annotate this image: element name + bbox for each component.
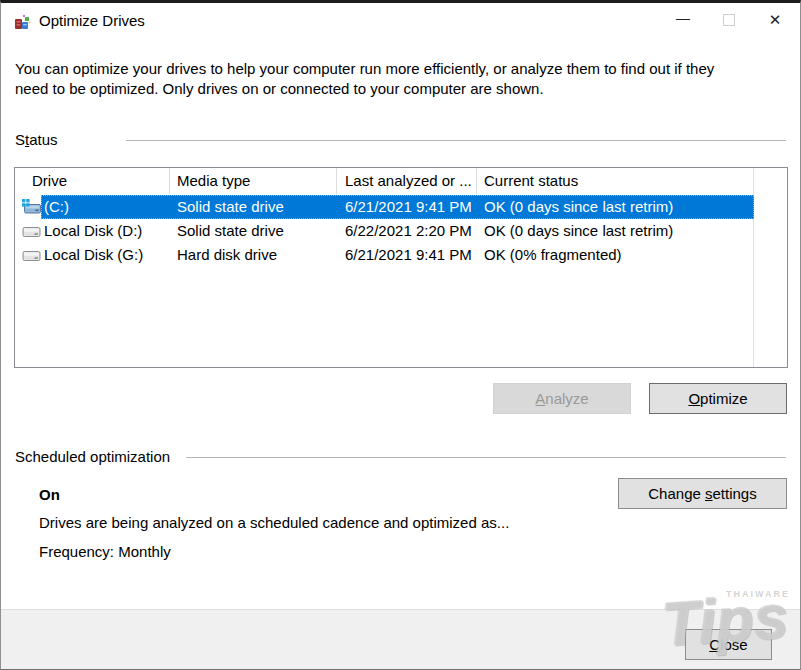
scheduled-group-line xyxy=(186,457,786,458)
scheduled-frequency: Frequency: Monthly xyxy=(39,543,171,560)
close-button[interactable]: Close xyxy=(685,629,772,660)
window-controls: — ✕ xyxy=(660,3,798,37)
optimize-drives-app-icon xyxy=(14,13,32,31)
cell-drive: Local Disk (G:) xyxy=(44,243,143,267)
disk-drive-icon xyxy=(22,223,41,238)
status-group-label: Status xyxy=(15,131,58,148)
disk-drive-icon xyxy=(22,247,41,262)
maximize-icon xyxy=(723,14,735,26)
drive-list: Drive Media type Last analyzed or ... Cu… xyxy=(14,167,788,368)
cell-drive: Local Disk (D:) xyxy=(44,219,142,243)
scheduled-optimization-group-label: Scheduled optimization xyxy=(15,448,170,465)
optimize-button[interactable]: Optimize xyxy=(649,383,787,414)
dialog-description: You can optimize your drives to help you… xyxy=(15,59,731,99)
cell-last-analyzed: 6/21/2021 9:41 PM xyxy=(345,195,472,219)
system-drive-icon xyxy=(22,199,41,214)
drive-list-header: Drive Media type Last analyzed or ... Cu… xyxy=(15,168,787,195)
window-title: Optimize Drives xyxy=(39,12,145,29)
cell-current-status: OK (0 days since last retrim) xyxy=(484,219,673,243)
minimize-icon: — xyxy=(676,10,690,26)
watermark-brand-text: THAIWARE xyxy=(726,589,790,599)
cell-current-status: OK (0% fragmented) xyxy=(484,243,622,267)
table-row-drive-c[interactable]: (C:) Solid state drive 6/21/2021 9:41 PM… xyxy=(15,195,787,219)
scheduled-description: Drives are being analyzed on a scheduled… xyxy=(39,514,509,531)
cell-media-type: Solid state drive xyxy=(177,195,284,219)
change-settings-button[interactable]: Change settings xyxy=(618,478,787,509)
dialog-footer xyxy=(1,609,800,670)
maximize-button[interactable] xyxy=(706,3,752,37)
cell-last-analyzed: 6/22/2021 2:20 PM xyxy=(345,219,472,243)
status-group-line xyxy=(126,140,786,141)
cell-drive: (C:) xyxy=(44,195,69,219)
cell-last-analyzed: 6/21/2021 9:41 PM xyxy=(345,243,472,267)
cell-current-status: OK (0 days since last retrim) xyxy=(484,195,673,219)
titlebar: Optimize Drives — ✕ xyxy=(1,3,800,43)
close-icon: ✕ xyxy=(769,11,782,29)
column-header-drive[interactable]: Drive xyxy=(15,168,170,194)
column-header-media-type[interactable]: Media type xyxy=(170,168,337,194)
column-header-current-status[interactable]: Current status xyxy=(477,168,753,194)
minimize-button[interactable]: — xyxy=(660,3,706,37)
column-header-last-analyzed[interactable]: Last analyzed or ... xyxy=(337,168,477,194)
table-row-drive-g[interactable]: Local Disk (G:) Hard disk drive 6/21/202… xyxy=(15,243,787,267)
cell-media-type: Solid state drive xyxy=(177,219,284,243)
close-window-button[interactable]: ✕ xyxy=(752,3,798,37)
optimize-drives-window: Optimize Drives — ✕ You can optimize you… xyxy=(0,0,801,670)
analyze-button[interactable]: Analyze xyxy=(493,383,631,414)
cell-media-type: Hard disk drive xyxy=(177,243,277,267)
scheduled-state: On xyxy=(39,486,60,503)
table-row-drive-d[interactable]: Local Disk (D:) Solid state drive 6/22/2… xyxy=(15,219,787,243)
